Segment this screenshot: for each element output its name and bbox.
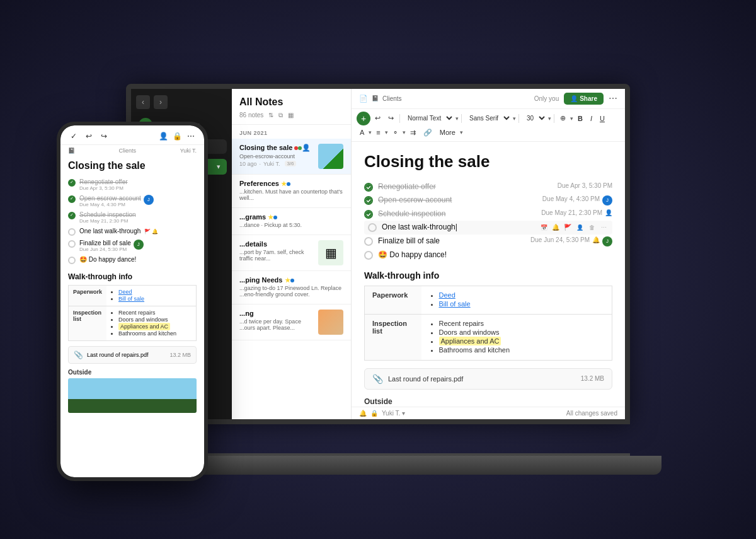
notes-panel-title: All Notes	[239, 96, 343, 108]
avatar: J	[602, 195, 612, 206]
phone-attachment[interactable]: 📎 Last round of repairs.pdf 13.2 MB	[68, 346, 197, 364]
attachment[interactable]: 📎 Last round of repairs.pdf 13.2 MB	[364, 368, 612, 390]
note-title: Closing the sale 👤	[239, 144, 313, 152]
table-row: Inspection list Recent repairs Doors and…	[365, 314, 612, 360]
attachment-name: Last round of repairs.pdf	[388, 375, 576, 383]
highlighted-item: Appliances and AC	[118, 323, 170, 330]
note-content: ...details ...port by 7am. self, check t…	[239, 240, 313, 265]
phone-task-list: Renegotiate offer Due Apr 3, 5:30 PM Ope…	[68, 177, 197, 266]
task-actions: 📅 🔔 🚩 👤 🗑 ⋯	[539, 223, 609, 233]
forward-button[interactable]: ›	[154, 95, 168, 109]
trash-icon[interactable]: 🗑	[587, 223, 597, 233]
task-checkbox[interactable]	[368, 223, 377, 232]
task-checkbox[interactable]	[364, 210, 373, 219]
task-checkbox[interactable]	[364, 183, 373, 192]
notes-count: 86 notes	[239, 112, 263, 119]
person-icon[interactable]: 👤	[575, 223, 585, 233]
user-label[interactable]: Yuki T. ▾	[382, 410, 405, 417]
person-icon[interactable]: 👤	[158, 130, 169, 142]
outside-label: Outside	[364, 397, 612, 406]
bell-icon: 🔔	[152, 229, 158, 235]
italic-button[interactable]: I	[587, 113, 595, 124]
notes-list: JUN 2021 Closing the sale 👤 Open-escrow-…	[232, 125, 351, 419]
row-label: Paperwork	[365, 286, 421, 314]
font-size-select[interactable]: 30	[522, 113, 547, 124]
task-checkbox[interactable]	[364, 237, 373, 246]
undo-button[interactable]: ↩	[372, 112, 384, 124]
lock-icon[interactable]: 🔒	[171, 130, 183, 142]
underline-button[interactable]: U	[597, 113, 608, 124]
task-text: One last walk-through|	[382, 223, 536, 231]
note-subtitle: Open-escrow-account	[239, 153, 313, 159]
note-item[interactable]: Preferences ★ ...kitchen. Must have an c…	[232, 175, 351, 208]
section-heading: Walk-through info	[364, 270, 612, 281]
check-icon[interactable]: ✓	[68, 130, 79, 142]
link-button[interactable]: 🔗	[420, 127, 435, 139]
note-item[interactable]: ...details ...port by 7am. self, check t…	[232, 235, 351, 271]
task-checkbox[interactable]	[68, 257, 76, 264]
note-content: ...grams ★ ...dance · Pickup at 5:30.	[239, 213, 343, 229]
lock-icon[interactable]: 🔒	[370, 410, 378, 417]
more-icon[interactable]: ⋯	[185, 130, 197, 142]
note-item[interactable]: ...ng ...d twice per day. Space ...ours …	[232, 304, 351, 340]
pdf-icon: 📎	[372, 374, 383, 384]
indent-button[interactable]: ⇉	[407, 127, 419, 139]
share-button[interactable]: 👤 Share	[564, 93, 604, 105]
text-style-select[interactable]: Normal Text	[403, 113, 454, 124]
paperwork-link-bill[interactable]: Bill of sale	[439, 300, 471, 308]
phone-nav-icons: ✓ ↩ ↪	[68, 130, 110, 142]
task-checkbox[interactable]	[68, 212, 76, 219]
sort-icon[interactable]: ⇅	[268, 112, 273, 119]
paperwork-link-deed[interactable]: Deed	[439, 291, 455, 299]
more-button[interactable]: More	[437, 127, 459, 138]
phone-task-item: One last walk-through 🚩 🔔	[68, 226, 197, 238]
task-checkbox[interactable]	[364, 251, 373, 260]
redo-button[interactable]: ↪	[385, 112, 397, 124]
font-color-button[interactable]: A	[357, 127, 367, 138]
task-checkbox[interactable]	[68, 195, 76, 203]
note-item[interactable]: ...ping Needs ★ ...gazing to-do 17 Pinew…	[232, 271, 351, 304]
bold-button[interactable]: B	[575, 113, 586, 124]
avatar: J	[602, 236, 612, 246]
flag-icon[interactable]: 🚩	[563, 223, 573, 233]
deed-link[interactable]: Deed	[118, 289, 132, 295]
phone-doc-title: Closing the sale	[60, 156, 204, 177]
note-item[interactable]: ...grams ★ ...dance · Pickup at 5:30.	[232, 208, 351, 235]
row-items: Deed Bill of sale	[421, 286, 612, 314]
numbered-list-button[interactable]: ⚬	[389, 127, 401, 139]
note-title: ...ng	[239, 310, 313, 317]
task-text: Open-escrow-account	[378, 195, 542, 204]
task-text: Finalize bill of sale	[79, 240, 131, 246]
task-checkbox[interactable]	[68, 179, 76, 187]
editor-panel: 📄 📓 Clients Only you 👤 Share ⋯	[352, 89, 625, 419]
task-checkbox[interactable]	[364, 196, 373, 205]
row-items: Recent repairs Doors and windows Applian…	[421, 314, 612, 360]
note-item[interactable]: Closing the sale 👤 Open-escrow-account 1…	[232, 139, 351, 175]
bell-icon[interactable]: 🔔	[359, 410, 367, 417]
layout-icon[interactable]: ▦	[288, 112, 294, 119]
note-subtitle: ...port by 7am. self, check traffic near…	[239, 249, 313, 262]
task-checkbox[interactable]	[68, 228, 76, 236]
avatar: J	[144, 195, 154, 205]
topbar-left: 📄 📓 Clients	[359, 95, 402, 103]
attachment-size: 13.2 MB	[169, 352, 191, 358]
phone-task-item: Renegotiate offer Due Apr 3, 5:30 PM	[68, 177, 197, 193]
redo-icon[interactable]: ↪	[98, 130, 110, 142]
bell-icon[interactable]: 🔔	[551, 223, 561, 233]
bill-of-sale-link[interactable]: Bill of sale	[118, 296, 144, 302]
filter-icon[interactable]: ⧉	[278, 112, 283, 119]
phone-screen: ✓ ↩ ↪ 👤 🔒 ⋯ 📓 Clients Yuki T. Closing th…	[60, 125, 204, 477]
more-icon[interactable]: ⋯	[598, 223, 609, 233]
insert-button[interactable]: ⊕	[557, 112, 569, 124]
task-item-active[interactable]: One last walk-through| 📅 🔔 🚩 👤 🗑 ⋯	[364, 221, 612, 235]
add-content-button[interactable]: +	[357, 112, 370, 125]
bullet-list-button[interactable]: ≡	[373, 127, 383, 138]
more-options-icon[interactable]: ⋯	[609, 93, 617, 103]
calendar-icon[interactable]: 📅	[539, 223, 549, 233]
font-select[interactable]: Sans Serif	[464, 113, 512, 124]
undo-icon[interactable]: ↩	[83, 130, 94, 142]
back-button[interactable]: ‹	[136, 95, 150, 109]
task-list: Renegotiate offer Due Apr 3, 5:30 PM Ope…	[364, 180, 612, 262]
task-checkbox[interactable]	[68, 240, 76, 248]
phone-frame: ✓ ↩ ↪ 👤 🔒 ⋯ 📓 Clients Yuki T. Closing th…	[57, 122, 208, 481]
